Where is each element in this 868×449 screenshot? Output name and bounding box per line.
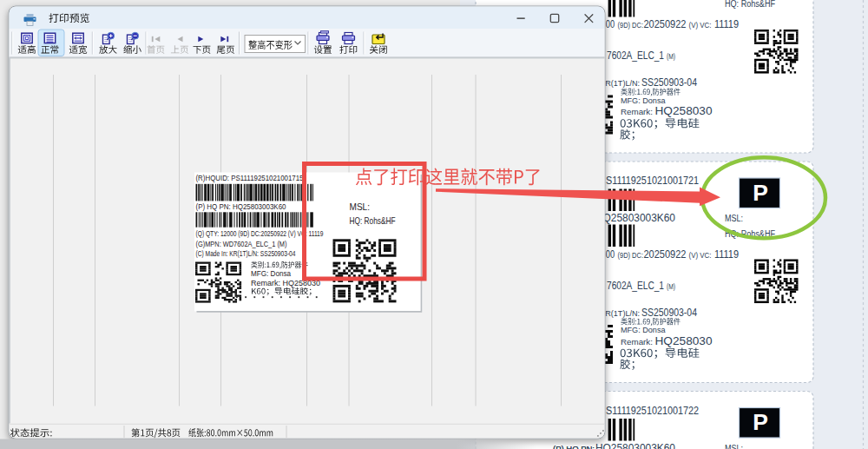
- svg-text:(M): (M): [667, 281, 675, 291]
- svg-text:(9D) DC:: (9D) DC:: [618, 20, 644, 30]
- svg-text:(P) HQ PN:: (P) HQ PN:: [553, 444, 595, 449]
- svg-text:(C) Made In: KR(1T)L/N: SS2509: (C) Made In: KR(1T)L/N: SS250903-04: [196, 249, 296, 258]
- svg-text:Remark:: Remark:: [621, 337, 653, 347]
- svg-text:MFG: Donsa: MFG: Donsa: [621, 96, 666, 105]
- svg-text:(M): (M): [667, 51, 675, 61]
- svg-text:HQ25803003K60: HQ25803003K60: [595, 211, 675, 224]
- svg-text:20250922: 20250922: [644, 17, 687, 30]
- svg-text:HQ: Rohs&HF: HQ: Rohs&HF: [725, 0, 775, 9]
- svg-text:S11119251021001722: S11119251021001722: [606, 404, 699, 417]
- svg-text:HQ: Rohs&HF: HQ: Rohs&HF: [350, 215, 396, 226]
- svg-text:SS250903-04: SS250903-04: [641, 76, 697, 89]
- svg-text:11119: 11119: [714, 17, 739, 30]
- svg-text:(V) VC:: (V) VC:: [689, 250, 712, 260]
- svg-text:(V) VC:: (V) VC:: [689, 20, 712, 30]
- svg-text:HQ258030: HQ258030: [655, 334, 713, 347]
- svg-text:R(1T)L/N:: R(1T)L/N:: [605, 308, 640, 318]
- svg-text:(G)MPN: WD7602A_ELC_1 (M): (G)MPN: WD7602A_ELC_1 (M): [196, 240, 287, 248]
- svg-text:R(1T)L/N:: R(1T)L/N:: [605, 78, 640, 88]
- svg-text:P: P: [753, 409, 768, 435]
- svg-text:(P) HQ PN: HQ25803003K60: (P) HQ PN: HQ25803003K60: [196, 202, 286, 211]
- svg-text:S11119251021001721: S11119251021001721: [606, 174, 699, 187]
- svg-text:SS250903-04: SS250903-04: [641, 306, 697, 319]
- svg-text:00: 00: [606, 248, 615, 261]
- svg-text:HQ258030: HQ258030: [655, 104, 713, 117]
- svg-text:MFG: Donsa: MFG: Donsa: [251, 269, 291, 278]
- svg-text:7602A_ELC_1: 7602A_ELC_1: [607, 279, 664, 292]
- svg-text:Remark:: Remark:: [621, 107, 653, 116]
- svg-text:MFG: Donsa: MFG: Donsa: [621, 325, 666, 334]
- svg-text:MSL:: MSL:: [350, 201, 371, 212]
- svg-text:20250922: 20250922: [644, 248, 687, 261]
- svg-text:7602A_ELC_1: 7602A_ELC_1: [607, 49, 664, 62]
- svg-text:HQ25803003K60: HQ25803003K60: [595, 441, 675, 449]
- svg-text:11119: 11119: [714, 248, 739, 261]
- svg-text:(9D) DC:: (9D) DC:: [618, 250, 644, 260]
- svg-text:P: P: [753, 180, 768, 206]
- svg-text:(R)HQUID: PS11119251021001715: (R)HQUID: PS11119251021001715: [196, 174, 304, 182]
- svg-text:MSL:: MSL:: [725, 214, 743, 223]
- svg-text:MSL:: MSL:: [725, 444, 743, 449]
- svg-text:00: 00: [606, 17, 615, 30]
